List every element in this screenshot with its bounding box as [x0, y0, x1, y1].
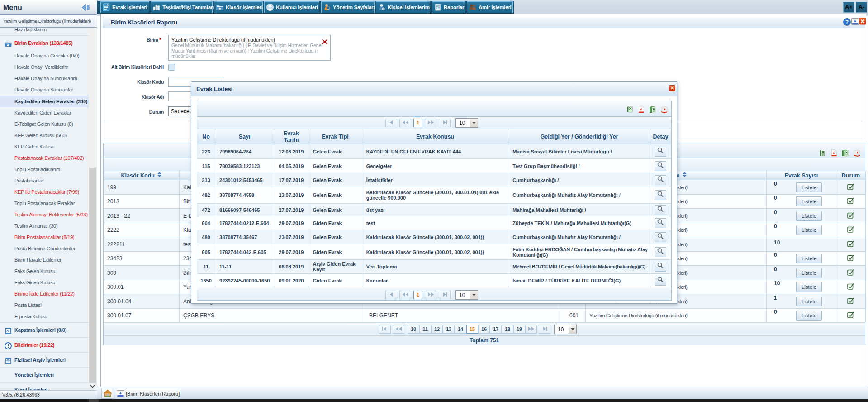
svg-text:?: ?: [845, 19, 849, 25]
